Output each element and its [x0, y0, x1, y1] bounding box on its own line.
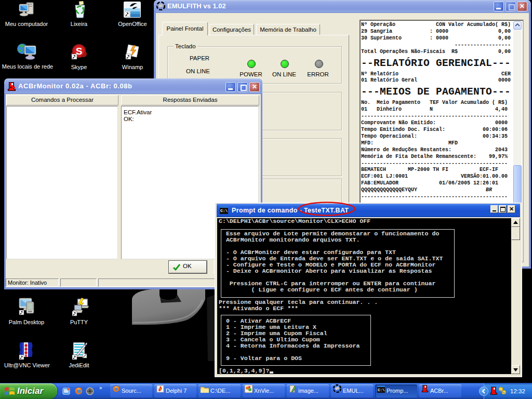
svg-text:C:\: C:\	[220, 208, 228, 213]
svg-text:C:\: C:\	[378, 388, 385, 392]
